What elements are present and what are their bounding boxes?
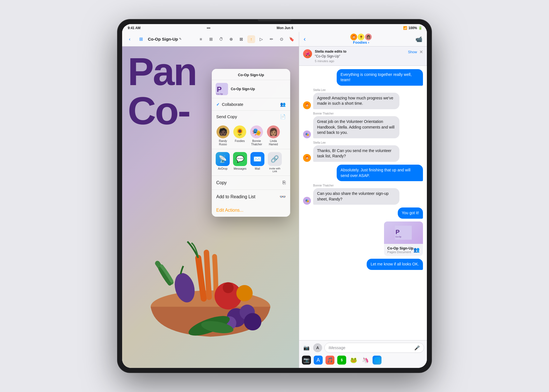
messages-toolbar: ‹ 🧑🏻‍🦰 🌻 👩🏽 Foodies › 📹	[299, 32, 427, 46]
bonnie-avatar-msg: 🎭	[303, 130, 311, 138]
camera-button[interactable]: 📷	[302, 343, 311, 352]
airdrop-item[interactable]: 📡 AirDrop	[216, 152, 230, 173]
view-toggle-button[interactable]: ⊞	[137, 35, 145, 43]
messages-pane: ••• 📶 100% 🔋 ‹ 🧑🏻‍🦰 🌻 👩🏽	[299, 24, 427, 368]
copy-action[interactable]: Copy ⎘	[212, 176, 290, 190]
sender-stella-1: Stella Lee	[313, 88, 399, 92]
status-icons: 📶 100% 🔋	[403, 26, 422, 30]
notif-strong: Stella made edits to	[315, 50, 346, 53]
device-screen: 9:41 AM ••• Mon Jun 6 ‹ ⊞ Co-Op Sign-Up …	[122, 24, 427, 368]
message-2: 🧑🏻‍🦰 Stella Lee Agreed! Amazing how much…	[303, 88, 423, 109]
collaborate-row[interactable]: ✓ Collaborate 👥	[212, 98, 290, 111]
strip-camera-icon[interactable]: 📷	[302, 356, 311, 365]
share-sheet-header: Co-Op Sign-Up	[212, 69, 290, 80]
video-call-button[interactable]: 📹	[415, 36, 422, 43]
attachment-details: Co-Op Sign-Up Pages Document	[387, 246, 413, 254]
invite-link-item[interactable]: 🔗 Invite withLink	[268, 152, 282, 173]
reading-list-action[interactable]: Add to Reading List 👓	[212, 190, 290, 204]
edit-actions-label: Edit Actions...	[216, 208, 243, 213]
insert-button[interactable]: ⊕	[227, 35, 235, 43]
table-button[interactable]: ⊞	[207, 35, 215, 43]
notif-time: 5 minutes ago	[315, 59, 405, 63]
person-randy-russo[interactable]: 🧑🏿 RandyRusso	[216, 125, 230, 146]
edit-indicator: ✎	[179, 37, 182, 41]
mic-button[interactable]: 🎤	[414, 345, 420, 351]
messages-item[interactable]: 💬 Messages	[233, 152, 247, 173]
copy-doc-icon: 📄	[280, 114, 286, 119]
battery-label: 100%	[408, 26, 417, 30]
sender-bonnie-2: Bonnie Thatcher	[313, 184, 399, 187]
sender-bonnie-1: Bonnie Thatcher	[313, 112, 399, 115]
notif-avatar: 🌺	[303, 49, 312, 58]
sender-stella-2: Stella Lee	[313, 141, 399, 144]
message-1: Everything is coming together really wel…	[303, 69, 423, 86]
collaborate-left: ✓ Collaborate	[216, 102, 243, 107]
collaborate-label: Collaborate	[222, 102, 243, 107]
attachment-preview: P Co-Op	[384, 221, 423, 244]
svg-text:Co-Op: Co-Op	[216, 93, 223, 95]
back-button[interactable]: ‹	[125, 35, 134, 43]
msg-bubble-7: You got it!	[398, 207, 423, 219]
share-sheet: Co-Op Sign-Up P Co-Op	[212, 69, 290, 217]
msg-bubble-2: Agreed! Amazing how much progress we've …	[313, 93, 399, 109]
person-linda[interactable]: 👩🏽 LindaHamed	[266, 125, 281, 146]
msg-content-2: Stella Lee Agreed! Amazing how much prog…	[313, 88, 399, 109]
message-8: P Co-Op Co-Op Sign-Up Pages Document	[303, 221, 423, 256]
format-button[interactable]: ≡	[197, 35, 205, 43]
strip-audio-icon[interactable]: 🎵	[325, 356, 334, 365]
share-button[interactable]: ↑	[247, 35, 255, 43]
emoji-button[interactable]: ⊙	[278, 35, 285, 43]
ipad-device: 9:41 AM ••• Mon Jun 6 ‹ ⊞ Co-Op Sign-Up …	[118, 20, 431, 372]
send-copy-label: Send Copy	[216, 114, 237, 119]
media-button[interactable]: ⊠	[237, 35, 245, 43]
notification-banner: 🌺 Stella made edits to "Co-Op Sign-Up" 5…	[299, 46, 427, 66]
pencil-button[interactable]: ✏	[267, 35, 275, 43]
split-view: 9:41 AM ••• Mon Jun 6 ‹ ⊞ Co-Op Sign-Up …	[122, 24, 427, 368]
attachment-type: Pages Document	[387, 250, 413, 254]
battery-icon: 🔋	[418, 26, 422, 30]
message-input[interactable]: iMessage 🎤	[324, 343, 424, 353]
show-button[interactable]: Show	[408, 50, 417, 54]
msg-content-1: Everything is coming together really wel…	[337, 69, 423, 86]
preview-info: Co-Op Sign-Up	[231, 87, 286, 91]
message-5: Absolutely. Just finishing that up and w…	[303, 165, 423, 181]
messages-list: Everything is coming together really wel…	[299, 66, 427, 340]
reading-list-label: Add to Reading List	[216, 194, 255, 199]
stella-avatar-1: 🧑🏻‍🦰	[303, 101, 311, 109]
msg-bubble-5: Absolutely. Just finishing that up and w…	[337, 165, 423, 181]
people-icon-attachment: 👥	[413, 247, 420, 253]
strip-emoji-icon[interactable]: 🐸	[349, 356, 358, 365]
apps-button[interactable]: A	[313, 343, 322, 352]
group-name[interactable]: Foodies ›	[353, 40, 369, 45]
strip-cash-icon[interactable]: $	[337, 356, 346, 365]
mail-item[interactable]: ✉️ Mail	[250, 152, 264, 173]
message-6: 🎭 Bonnie Thatcher Can you also share the…	[303, 184, 423, 205]
group-avatar-1: 🧑🏻‍🦰	[350, 34, 357, 40]
message-7: You got it!	[303, 207, 423, 219]
apps-row: 📡 AirDrop 💬 Messages ✉️ Mail	[212, 149, 290, 176]
stella-avatar-2: 🧑🏻‍🦰	[303, 154, 311, 162]
person-bonnie[interactable]: 🎭 BonnieThatcher	[249, 125, 264, 146]
messages-label: Messages	[234, 167, 246, 170]
doc-attachment[interactable]: P Co-Op Co-Op Sign-Up Pages Document	[384, 221, 423, 256]
msg-content-8: P Co-Op Co-Op Sign-Up Pages Document	[384, 221, 423, 256]
messages-back-button[interactable]: ‹	[304, 36, 306, 43]
wifi-icon: 📶	[403, 26, 407, 30]
msg-content-5: Absolutely. Just finishing that up and w…	[337, 165, 423, 181]
edit-actions-row[interactable]: Edit Actions...	[212, 204, 290, 217]
people-row: 🧑🏿 RandyRusso 🌻 Foodies 🎭	[212, 123, 290, 149]
timer-button[interactable]: ⏱	[217, 35, 225, 43]
invite-label: Invite withLink	[269, 167, 280, 173]
person-foodies[interactable]: 🌻 Foodies	[232, 125, 247, 146]
strip-globe-icon[interactable]: 🌐	[373, 356, 381, 365]
strip-sticker-icon[interactable]: 🦄	[361, 356, 370, 365]
bookmark-button[interactable]: 🔖	[288, 35, 296, 43]
play-button[interactable]: ▷	[257, 35, 265, 43]
pages-time: 9:41 AM	[128, 26, 141, 30]
strip-appstore-icon[interactable]: A	[314, 356, 323, 365]
msg-bubble-9: Let me know if all looks OK.	[367, 259, 423, 270]
message-placeholder: iMessage	[329, 346, 345, 350]
messages-icon: 💬	[233, 152, 247, 166]
close-notification-button[interactable]: ✕	[419, 49, 423, 55]
send-copy-row[interactable]: Send Copy 📄	[212, 111, 290, 123]
